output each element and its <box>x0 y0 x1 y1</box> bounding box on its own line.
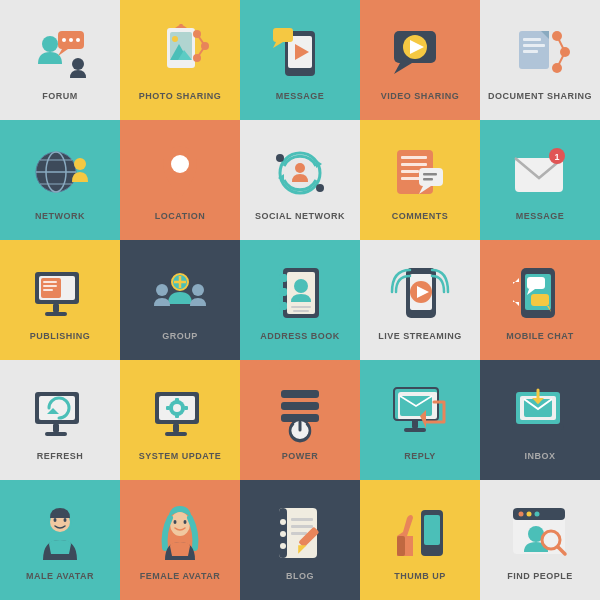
message2-icon: 1 <box>508 141 572 205</box>
inbox-icon <box>508 381 572 445</box>
publishing-icon <box>28 261 92 325</box>
system-update-label: SYSTEM UPDATE <box>139 451 221 461</box>
svg-point-149 <box>527 512 532 517</box>
svg-marker-25 <box>394 63 412 74</box>
svg-rect-31 <box>523 50 538 53</box>
cell-reply[interactable]: REPLY <box>360 360 480 480</box>
svg-rect-58 <box>423 173 437 176</box>
svg-point-131 <box>173 520 176 524</box>
location-icon <box>148 141 212 205</box>
svg-point-82 <box>294 279 308 293</box>
network-label: NETWORK <box>35 211 85 221</box>
social-network-label: SOCIAL NETWORK <box>255 211 345 221</box>
svg-point-11 <box>172 36 178 42</box>
svg-point-75 <box>156 284 168 296</box>
svg-rect-53 <box>401 163 427 166</box>
svg-point-6 <box>72 58 84 70</box>
cell-power[interactable]: POWER <box>240 360 360 480</box>
address-book-label: ADDRESS BOOK <box>260 331 340 341</box>
cell-message1[interactable]: MESSAGE <box>240 0 360 120</box>
cell-group[interactable]: GROUP <box>120 240 240 360</box>
message1-label: MESSAGE <box>276 91 325 101</box>
cell-photo-sharing[interactable]: PHOTO SHARING <box>120 0 240 120</box>
svg-point-148 <box>519 512 524 517</box>
cell-find-people[interactable]: FIND PEOPLE <box>480 480 600 600</box>
video-sharing-icon <box>388 21 452 85</box>
svg-text:1: 1 <box>554 152 559 162</box>
svg-line-18 <box>197 46 205 58</box>
svg-point-3 <box>62 38 66 42</box>
svg-line-17 <box>197 34 205 46</box>
social-network-icon <box>268 141 332 205</box>
svg-point-129 <box>63 518 66 522</box>
cell-publishing[interactable]: PUBLISHING <box>0 240 120 360</box>
photo-sharing-label: PHOTO SHARING <box>139 91 221 101</box>
svg-rect-93 <box>531 294 549 306</box>
svg-rect-111 <box>281 402 319 410</box>
svg-marker-2 <box>58 49 68 56</box>
cell-male-avatar[interactable]: MALE AVATAR <box>0 480 120 600</box>
system-update-icon <box>148 381 212 445</box>
svg-rect-83 <box>291 306 311 308</box>
svg-point-103 <box>173 404 181 412</box>
blog-icon <box>268 501 332 565</box>
find-people-label: FIND PEOPLE <box>507 571 573 581</box>
svg-rect-98 <box>53 424 59 432</box>
cell-message2[interactable]: 1 MESSAGE <box>480 120 600 240</box>
cell-live-streaming[interactable]: LIVE STREAMING <box>360 240 480 360</box>
svg-rect-81 <box>279 302 287 310</box>
forum-icon <box>28 21 92 85</box>
cell-document-sharing[interactable]: DOCUMENT SHARING <box>480 0 600 120</box>
cell-address-book[interactable]: ADDRESS BOOK <box>240 240 360 360</box>
svg-point-4 <box>69 38 73 42</box>
svg-rect-99 <box>45 432 67 436</box>
svg-point-0 <box>42 36 58 52</box>
svg-rect-107 <box>184 406 188 410</box>
svg-rect-79 <box>279 274 287 282</box>
svg-rect-69 <box>53 304 59 312</box>
message2-label: MESSAGE <box>516 211 565 221</box>
cell-social-network[interactable]: SOCIAL NETWORK <box>240 120 360 240</box>
svg-rect-144 <box>424 515 440 545</box>
male-avatar-icon <box>28 501 92 565</box>
svg-point-44 <box>171 155 189 173</box>
thumb-up-label: THUMB UP <box>394 571 446 581</box>
svg-rect-68 <box>43 289 53 291</box>
svg-point-128 <box>53 518 56 522</box>
power-icon <box>268 381 332 445</box>
forum-label: FORUM <box>42 91 78 101</box>
svg-point-130 <box>170 512 190 536</box>
svg-point-5 <box>76 38 80 42</box>
cell-comments[interactable]: COMMENTS <box>360 120 480 240</box>
svg-marker-23 <box>273 42 283 48</box>
cell-network[interactable]: NETWORK <box>0 120 120 240</box>
cell-forum[interactable]: FORUM <box>0 0 120 120</box>
blog-label: BLOG <box>286 571 314 581</box>
cell-mobile-chat[interactable]: MOBILE CHAT <box>480 240 600 360</box>
cell-thumb-up[interactable]: THUMB UP <box>360 480 480 600</box>
svg-rect-136 <box>291 525 313 528</box>
cell-blog[interactable]: BLOG <box>240 480 360 600</box>
thumb-up-icon <box>388 501 452 565</box>
cell-video-sharing[interactable]: VIDEO SHARING <box>360 0 480 120</box>
svg-marker-13 <box>175 24 187 28</box>
cell-refresh[interactable]: REFRESH <box>0 360 120 480</box>
cell-system-update[interactable]: SYSTEM UPDATE <box>120 360 240 480</box>
group-icon <box>148 261 212 325</box>
svg-point-43 <box>74 158 86 170</box>
male-avatar-label: MALE AVATAR <box>26 571 94 581</box>
mobile-chat-icon <box>508 261 572 325</box>
cell-inbox[interactable]: INBOX <box>480 360 600 480</box>
svg-rect-30 <box>523 44 545 47</box>
svg-point-48 <box>295 163 305 173</box>
reply-label: REPLY <box>404 451 436 461</box>
svg-rect-119 <box>404 428 426 432</box>
live-streaming-icon <box>388 261 452 325</box>
svg-rect-105 <box>175 414 179 418</box>
svg-rect-66 <box>43 281 57 283</box>
icon-grid: FORUM PHOTO SHARIN <box>0 0 600 600</box>
cell-location[interactable]: LOCATION <box>120 120 240 240</box>
refresh-label: REFRESH <box>37 451 84 461</box>
mobile-chat-label: MOBILE CHAT <box>506 331 573 341</box>
cell-female-avatar[interactable]: FEMALE AVATAR <box>120 480 240 600</box>
